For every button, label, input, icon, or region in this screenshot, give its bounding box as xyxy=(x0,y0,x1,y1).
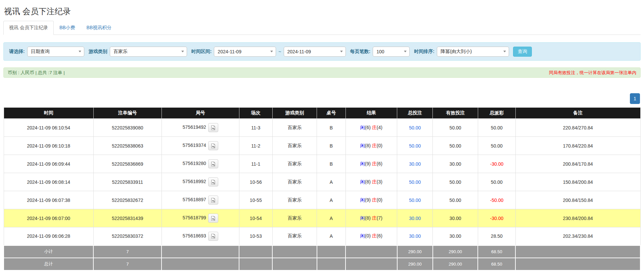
page-1-button[interactable]: 1 xyxy=(630,93,640,104)
cell-payout: 28.50 xyxy=(478,227,515,245)
cell-round-id: 575618992 xyxy=(162,173,239,191)
cell-total-bet[interactable]: 50.00 xyxy=(397,119,433,137)
video-replay-icon xyxy=(211,216,216,221)
cell-payout: 50.00 xyxy=(478,119,515,137)
cell-session: 11-2 xyxy=(239,137,272,155)
time-sort-select[interactable]: 降冪(由大到小) xyxy=(437,47,509,57)
cell-session: 11-1 xyxy=(239,155,272,173)
cell-remark: 220.84/270.84 xyxy=(515,119,640,137)
game-type-select[interactable]: 百家乐 xyxy=(110,47,187,57)
date-from-value: 2024-11-09 xyxy=(214,49,268,54)
cell-table-no: B xyxy=(317,137,346,155)
cell-bet-id: 522025830372 xyxy=(93,227,162,245)
grand-total-valid-bet: 290.00 xyxy=(433,258,478,270)
cell-round-id: 575618693 xyxy=(162,227,239,245)
cell-result: 闲(6) 庄(4) xyxy=(346,119,397,137)
game-type-label: 游戏类别 xyxy=(89,49,107,55)
cell-bet-id: 522025832672 xyxy=(93,191,162,209)
video-replay-button[interactable] xyxy=(208,159,218,168)
cell-round-id: 575618897 xyxy=(162,191,239,209)
cell-payout: -30.00 xyxy=(478,155,515,173)
video-replay-button[interactable] xyxy=(208,196,218,205)
cell-payout: -50.00 xyxy=(478,191,515,209)
cell-game-type: 百家乐 xyxy=(272,119,317,137)
header-game-type: 游戏类别 xyxy=(272,108,317,119)
video-replay-icon xyxy=(211,143,216,149)
cell-total-bet[interactable]: 50.00 xyxy=(397,191,433,209)
grand-total-count: 7 xyxy=(93,258,162,270)
tab-bb-tips[interactable]: BB小费 xyxy=(54,21,81,35)
header-table-no: 桌号 xyxy=(317,108,346,119)
result-player-value: (9) xyxy=(365,197,371,203)
cell-payout: 50.00 xyxy=(478,173,515,191)
video-replay-button[interactable] xyxy=(208,123,218,132)
tab-bb-video-points[interactable]: BB视讯积分 xyxy=(81,21,118,35)
cell-round-id: 575619374 xyxy=(162,137,239,155)
cell-total-bet[interactable]: 30.00 xyxy=(397,155,433,173)
cell-valid-bet: 30.00 xyxy=(433,227,478,245)
round-id-text: 575618992 xyxy=(183,179,206,184)
result-player-label: 闲 xyxy=(360,179,365,184)
table-row: 2024-11-09 06:07:38 522025832672 5756188… xyxy=(4,191,640,209)
grand-total-total-bet: 290.00 xyxy=(397,258,433,270)
result-player-label: 闲 xyxy=(360,143,365,148)
video-replay-icon xyxy=(211,161,216,167)
cell-valid-bet: 30.00 xyxy=(433,209,478,227)
cell-game-type: 百家乐 xyxy=(272,209,317,227)
cell-time: 2024-11-09 06:08:14 xyxy=(4,173,93,191)
cell-total-bet[interactable]: 30.00 xyxy=(397,227,433,245)
cell-table-no: A xyxy=(317,227,346,245)
chevron-down-icon xyxy=(501,51,509,52)
search-button[interactable]: 查询 xyxy=(513,47,532,57)
cell-result: 闲(9) 庄(6) xyxy=(346,155,397,173)
result-player-label: 闲 xyxy=(360,125,365,130)
cell-bet-id: 522025836869 xyxy=(93,155,162,173)
video-replay-button[interactable] xyxy=(208,141,218,150)
video-replay-icon xyxy=(211,233,216,239)
result-banker-label: 庄 xyxy=(372,125,377,130)
subtotal-valid-bet: 290.00 xyxy=(433,245,478,258)
result-banker-label: 庄 xyxy=(372,161,377,166)
cell-remark: 202.34/230.84 xyxy=(515,227,640,245)
cell-remark: 230.84/200.84 xyxy=(515,209,640,227)
tab-video-bet-records[interactable]: 视讯 会员下注纪录 xyxy=(3,21,54,35)
cell-total-bet[interactable]: 30.00 xyxy=(397,209,433,227)
header-result: 结果 xyxy=(346,108,397,119)
result-banker-label: 庄 xyxy=(372,233,377,238)
table-header: 时间 注单编号 局号 场次 游戏类别 桌号 结果 总投注 有效投注 总派彩 备注 xyxy=(4,108,640,119)
table-body: 2024-11-09 06:10:54 522025839080 5756194… xyxy=(4,119,640,245)
valid-bet-notice: 同局有效投注，统一计算在该局第一张注单内 xyxy=(549,70,636,76)
video-replay-icon xyxy=(211,179,216,185)
cell-round-id: 575619280 xyxy=(162,155,239,173)
result-player-value: (8) xyxy=(365,215,371,221)
result-banker-value: (4) xyxy=(377,125,382,130)
cell-time: 2024-11-09 06:07:00 xyxy=(4,209,93,227)
date-to-select[interactable]: 2024-11-09 xyxy=(284,47,346,57)
result-player-value: (0) xyxy=(365,233,371,238)
result-player-value: (8) xyxy=(365,179,371,184)
cell-time: 2024-11-09 06:07:38 xyxy=(4,191,93,209)
video-replay-button[interactable] xyxy=(208,177,218,186)
cell-result: 闲(8) 庄(0) xyxy=(346,137,397,155)
cell-valid-bet: 50.00 xyxy=(433,191,478,209)
video-replay-button[interactable] xyxy=(208,232,218,241)
query-type-select[interactable]: 日期查询 xyxy=(27,47,84,57)
page-size-value: 100 xyxy=(373,49,401,54)
query-type-label: 请选择: xyxy=(9,49,25,55)
header-bet-id: 注单编号 xyxy=(93,108,162,119)
cell-total-bet[interactable]: 50.00 xyxy=(397,137,433,155)
result-banker-value: (6) xyxy=(377,233,382,238)
cell-session: 10-54 xyxy=(239,209,272,227)
round-id-text: 575619492 xyxy=(183,124,206,130)
cell-total-bet[interactable]: 50.00 xyxy=(397,173,433,191)
video-replay-button[interactable] xyxy=(208,214,218,223)
pagination: 1 xyxy=(3,93,641,104)
chevron-down-icon xyxy=(401,51,409,52)
result-banker-label: 庄 xyxy=(372,197,377,203)
cell-remark: 200.84/150.84 xyxy=(515,191,640,209)
result-player-value: (9) xyxy=(365,161,371,166)
result-banker-label: 庄 xyxy=(372,143,377,148)
date-from-select[interactable]: 2024-11-09 xyxy=(214,47,276,57)
page-size-select[interactable]: 100 xyxy=(373,47,410,57)
cell-game-type: 百家乐 xyxy=(272,173,317,191)
